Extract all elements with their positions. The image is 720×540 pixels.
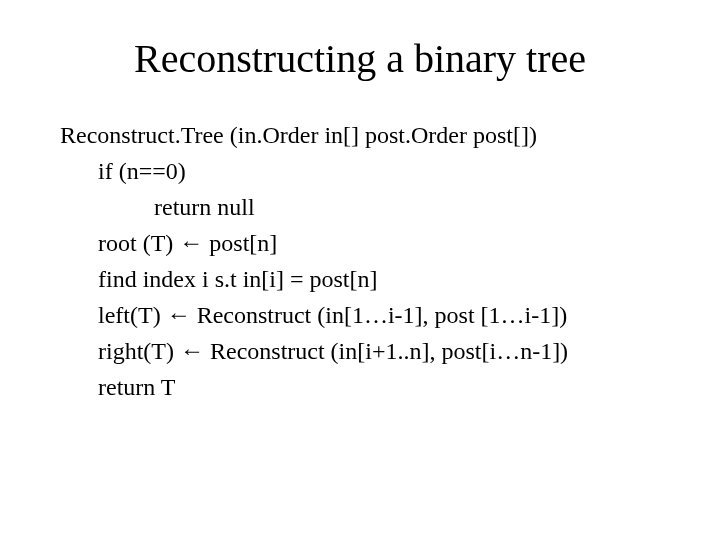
code-line-root: root (T) ← post[n] — [60, 225, 660, 261]
code-line-signature: Reconstruct.Tree (in.Order in[] post.Ord… — [60, 117, 660, 153]
code-line-return-null: return null — [60, 189, 660, 225]
pseudocode-block: Reconstruct.Tree (in.Order in[] post.Ord… — [60, 117, 660, 405]
code-text: post[n] — [203, 230, 277, 256]
code-line-right: right(T) ← Reconstruct (in[i+1..n], post… — [60, 333, 660, 369]
arrow-left-icon: ← — [179, 229, 203, 256]
code-line-find: find index i s.t in[i] = post[n] — [60, 261, 660, 297]
code-text: right(T) — [98, 338, 180, 364]
code-text: left(T) — [98, 302, 167, 328]
slide-title: Reconstructing a binary tree — [60, 35, 660, 82]
code-line-if: if (n==0) — [60, 153, 660, 189]
arrow-left-icon: ← — [167, 301, 191, 328]
code-text: Reconstruct (in[1…i-1], post [1…i-1]) — [191, 302, 568, 328]
code-text: Reconstruct (in[i+1..n], post[i…n-1]) — [204, 338, 568, 364]
slide-container: Reconstructing a binary tree Reconstruct… — [0, 0, 720, 540]
arrow-left-icon: ← — [180, 337, 204, 364]
code-line-return: return T — [60, 369, 660, 405]
code-text: root (T) — [98, 230, 179, 256]
code-line-left: left(T) ← Reconstruct (in[1…i-1], post [… — [60, 297, 660, 333]
